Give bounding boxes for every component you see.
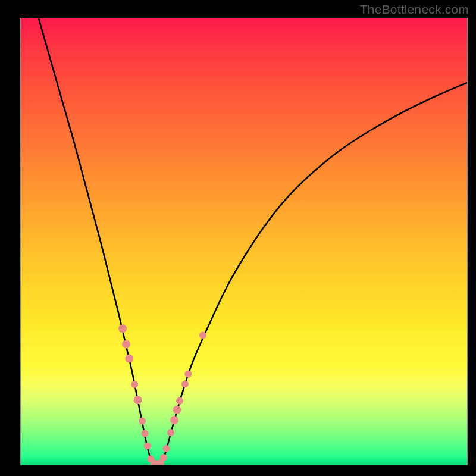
data-marker: [184, 371, 192, 378]
data-marker: [170, 416, 178, 424]
chart-svg: [21, 18, 467, 465]
data-marker: [142, 430, 149, 437]
data-marker: [173, 406, 181, 414]
curve-right-branch: [161, 83, 467, 464]
data-marker: [199, 332, 206, 339]
data-marker: [160, 454, 167, 461]
watermark-label: TheBottleneck.com: [360, 2, 469, 17]
data-marker: [181, 380, 189, 387]
data-marker: [167, 429, 174, 436]
data-marker: [131, 381, 138, 388]
data-marker: [139, 418, 146, 425]
plot-area: [20, 18, 468, 465]
data-marker: [163, 445, 170, 452]
marker-layer: [118, 324, 206, 465]
data-marker: [118, 324, 127, 333]
data-marker: [144, 443, 151, 450]
curve-layer: [39, 18, 467, 465]
data-marker: [122, 340, 130, 349]
data-marker: [134, 396, 142, 404]
data-marker: [176, 397, 183, 405]
data-marker: [125, 355, 133, 363]
chart-frame: TheBottleneck.com: [0, 0, 476, 476]
